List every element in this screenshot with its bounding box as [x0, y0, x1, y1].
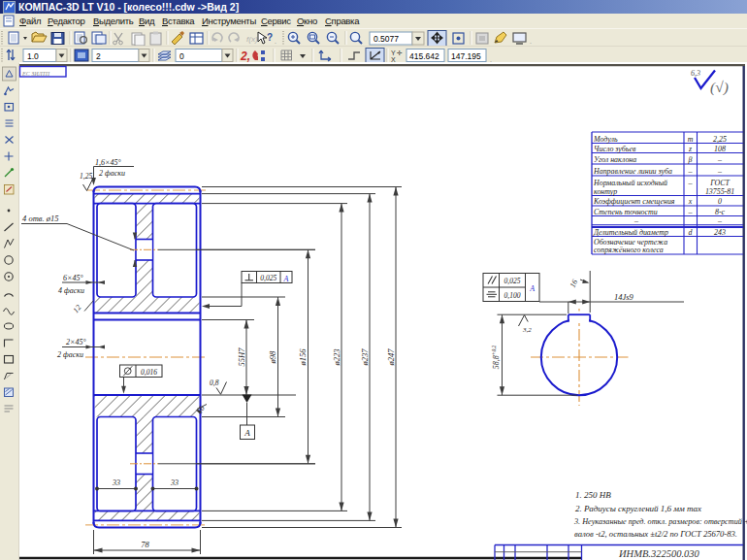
svg-text:6×45°: 6×45° [63, 274, 83, 282]
svg-text:Модуль: Модуль [593, 135, 618, 144]
svg-text:0,025: 0,025 [260, 274, 276, 282]
svg-text:2×45°: 2×45° [66, 338, 86, 346]
svg-text:16: 16 [568, 279, 580, 289]
svg-text:–: – [633, 216, 638, 225]
svg-text:(√): (√) [710, 79, 729, 96]
svg-text:0,100: 0,100 [504, 291, 521, 300]
svg-text:1. 250 НВ: 1. 250 НВ [575, 490, 611, 500]
svg-text:1,6×45°: 1,6×45° [95, 158, 121, 167]
svg-text:3,2: 3,2 [522, 326, 532, 334]
svg-text:2,25: 2,25 [713, 135, 727, 144]
svg-text:2 фаски: 2 фаски [99, 169, 125, 178]
svg-text:А: А [244, 428, 250, 438]
svg-text:2 фаски: 2 фаски [57, 350, 83, 359]
svg-text:–: – [717, 167, 722, 176]
svg-text:сопряжённого колеса: сопряжённого колеса [594, 246, 664, 254]
svg-text:0,016: 0,016 [141, 368, 157, 377]
svg-text:0,8: 0,8 [210, 379, 219, 387]
svg-text:8-с: 8-с [715, 208, 726, 216]
svg-text:ø237: ø237 [360, 348, 370, 367]
svg-text:–: – [688, 167, 693, 176]
svg-text:6,3: 6,3 [691, 69, 700, 78]
svg-text:55Н7: 55Н7 [237, 347, 246, 367]
svg-text:–: – [717, 216, 722, 225]
svg-text:–: – [688, 179, 693, 187]
svg-text:78: 78 [141, 540, 149, 549]
svg-text:валов -t2, остальных ±t2/2 по: валов -t2, остальных ±t2/2 по ГОСТ 25670… [574, 529, 737, 539]
svg-text:1,25: 1,25 [80, 172, 92, 181]
svg-text:Угол наклона: Угол наклона [594, 155, 636, 164]
svg-text:12: 12 [71, 303, 82, 314]
svg-text:А: А [283, 275, 289, 283]
svg-text:m: m [688, 135, 694, 144]
svg-text:4 отв. ø15: 4 отв. ø15 [22, 214, 58, 223]
svg-text:Делительный диаметр: Делительный диаметр [593, 228, 668, 237]
svg-text:d: d [689, 228, 693, 237]
svg-text:ø247: ø247 [386, 348, 396, 367]
svg-text:–: – [688, 208, 693, 216]
svg-text:ИНМВ.322500.030: ИНМВ.322500.030 [618, 548, 700, 559]
svg-text:Направление линии зуба: Направление линии зуба [593, 167, 672, 176]
svg-text:ø98: ø98 [268, 350, 277, 365]
svg-text:А: А [529, 284, 535, 293]
svg-text:2. Радиусы скруглений 1,6 мм m: 2. Радиусы скруглений 1,6 мм max [575, 504, 701, 513]
svg-text:14Js9: 14Js9 [614, 292, 634, 302]
svg-text:z: z [688, 145, 692, 153]
svg-text:108: 108 [714, 145, 726, 153]
svg-text:0,025: 0,025 [504, 277, 521, 285]
svg-text:Коэффициент смещения: Коэффициент смещения [593, 197, 675, 206]
svg-text:4 фаски: 4 фаски [58, 286, 84, 295]
svg-text:33: 33 [170, 478, 179, 487]
svg-text:0: 0 [718, 197, 722, 206]
svg-text:контур: контур [594, 187, 617, 196]
svg-text:β: β [688, 155, 693, 164]
svg-text:33: 33 [112, 478, 120, 487]
svg-text:ЕС ЗИЛТП: ЕС ЗИЛТП [21, 71, 50, 77]
svg-text:13755-81: 13755-81 [705, 187, 734, 196]
svg-text:ø156: ø156 [298, 348, 308, 367]
svg-text:x: x [688, 197, 693, 206]
svg-text:ø223: ø223 [332, 349, 341, 367]
svg-text:Степень точности: Степень точности [594, 208, 658, 216]
svg-text:3. Неуказанные пред. откл. раз: 3. Неуказанные пред. откл. размеров: отв… [573, 517, 747, 526]
svg-text:Число зубьев: Число зубьев [594, 145, 636, 153]
svg-text:243: 243 [714, 228, 726, 237]
svg-text:58,8+0,2: 58,8+0,2 [491, 345, 501, 369]
svg-text:–: – [717, 155, 722, 164]
